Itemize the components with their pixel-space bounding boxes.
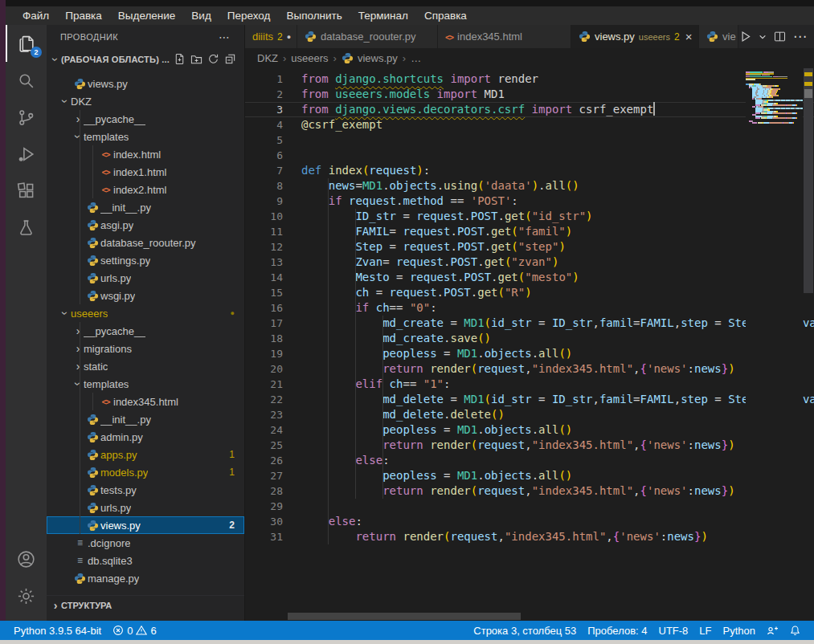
menu-item-6[interactable]: Выполнить	[278, 6, 350, 25]
line-number[interactable]: 22	[245, 392, 283, 407]
breadcrumb-item-1[interactable]: useeers	[291, 52, 328, 64]
tree-item-index345-html[interactable]: <>index345.html	[47, 393, 244, 410]
tree-item-models-py[interactable]: models.py1	[47, 463, 244, 481]
line-number[interactable]: 9	[245, 194, 283, 209]
tree-item-static[interactable]: ›static	[47, 357, 244, 375]
code-line-5[interactable]: 5	[245, 132, 814, 148]
tree-item-db-sqlite3[interactable]: ≡db.sqlite3	[47, 552, 244, 569]
tree-item-wsgi-py[interactable]: wsgi.py	[47, 287, 244, 304]
vertical-scrollbar[interactable]	[803, 68, 814, 621]
line-number[interactable]: 29	[245, 499, 283, 514]
code-line-22[interactable]: 22 md_delete = MD1(id_str = ID_str,famil…	[245, 392, 814, 407]
status-item-4[interactable]: Python	[718, 625, 761, 637]
code-line-7[interactable]: 7def index(request):	[245, 163, 814, 178]
menu-item-8[interactable]: Справка	[416, 6, 475, 25]
tree-item-useeers[interactable]: ›useeers●	[47, 304, 244, 322]
activity-run-debug[interactable]	[6, 136, 47, 173]
tree-item-templates[interactable]: ›templates	[47, 128, 244, 145]
status-item-1[interactable]: Пробелов: 4	[582, 625, 652, 637]
tree-item-index-html[interactable]: <>index.html	[47, 145, 244, 163]
code-line-29[interactable]: 29	[245, 499, 814, 514]
line-number[interactable]: 18	[245, 331, 283, 346]
activity-search[interactable]	[6, 62, 47, 99]
code-line-28[interactable]: 28 return render(request,"index345.html"…	[245, 483, 814, 499]
status-item-2[interactable]: UTF-8	[653, 625, 694, 637]
minimap[interactable]	[746, 68, 803, 621]
scrollbar-thumb[interactable]	[804, 68, 813, 293]
tab-views.py[interactable]: views.pyuseeers2×	[571, 25, 699, 48]
line-number[interactable]: 25	[245, 438, 283, 453]
line-number[interactable]: 4	[245, 117, 283, 132]
code-line-2[interactable]: 2from useeers.models import MD1	[245, 87, 814, 102]
menu-item-1[interactable]: Файл	[14, 6, 57, 25]
line-number[interactable]: 27	[245, 468, 283, 483]
collapse-all-icon[interactable]	[224, 53, 236, 65]
line-number[interactable]: 28	[245, 483, 283, 499]
chevron-down-icon[interactable]	[759, 33, 767, 41]
menu-item-3[interactable]: Выделение	[110, 6, 184, 25]
menu-item-4[interactable]: Вид	[183, 6, 219, 25]
line-number[interactable]: 31	[245, 529, 283, 544]
workspace-section-header[interactable]: › (РАБОЧАЯ ОБЛАСТЬ) ...	[47, 48, 244, 70]
tree-item-apps-py[interactable]: apps.py1	[47, 446, 244, 463]
dirty-dot-icon[interactable]: ●	[287, 33, 291, 41]
code-line-13[interactable]: 13 Zvan= request.POST.get("zvan")	[245, 255, 814, 270]
line-number[interactable]: 8	[245, 178, 283, 194]
line-number[interactable]: 3	[245, 102, 283, 117]
line-number[interactable]: 16	[245, 300, 283, 316]
tree-item-index2-html[interactable]: <>index2.html	[47, 181, 244, 198]
tree-item-urls-py[interactable]: urls.py	[47, 269, 244, 287]
code-line-11[interactable]: 11 FAMIL= request.POST.get("famil")	[245, 224, 814, 239]
structure-section-header[interactable]: › СТРУКТУРА	[47, 595, 244, 615]
settings-button[interactable]	[6, 577, 47, 614]
line-number[interactable]: 12	[245, 239, 283, 255]
line-number[interactable]: 1	[245, 71, 283, 87]
close-icon[interactable]: ×	[685, 30, 693, 43]
more-actions-icon[interactable]: ⋯	[793, 28, 807, 45]
tab-vie[interactable]: vie	[699, 25, 738, 48]
code-line-21[interactable]: 21 elif ch== "1":	[245, 377, 814, 392]
menu-item-5[interactable]: Переход	[219, 6, 279, 25]
menu-item-2[interactable]: Правка	[57, 6, 110, 25]
line-number[interactable]: 2	[245, 87, 283, 102]
code-line-24[interactable]: 24 peopless = MD1.objects.all()	[245, 422, 814, 438]
notifications-button[interactable]	[784, 625, 806, 636]
line-number[interactable]: 13	[245, 255, 283, 270]
line-number[interactable]: 30	[245, 514, 283, 529]
code-line-26[interactable]: 26 else:	[245, 453, 814, 468]
new-file-icon[interactable]	[174, 53, 186, 65]
code-line-10[interactable]: 10 ID_str = request.POST.get("id_str")	[245, 209, 814, 224]
line-number[interactable]: 11	[245, 224, 283, 239]
line-number[interactable]: 14	[245, 270, 283, 285]
tab-index345.html[interactable]: <>index345.html	[438, 25, 571, 48]
code-editor[interactable]: 1from django.shortcuts import render2fro…	[245, 68, 814, 621]
code-line-30[interactable]: 30 else:	[245, 514, 814, 529]
code-line-8[interactable]: 8 news=MD1.objects.using('daata').all()	[245, 178, 814, 194]
tree-item-database-roouter-py[interactable]: database_roouter.py	[47, 234, 244, 251]
status-item-0[interactable]: Строка 3, столбец 53	[468, 625, 582, 637]
split-editor-icon[interactable]	[773, 30, 787, 43]
breadcrumb-item-0[interactable]: DKZ	[257, 52, 278, 64]
tree-item-migrations[interactable]: ›migrations	[47, 340, 244, 357]
code-line-17[interactable]: 17 md_create = MD1(id_str = ID_str,famil…	[245, 316, 814, 331]
feedback-button[interactable]	[761, 626, 784, 636]
code-line-19[interactable]: 19 peopless = MD1.objects.all()	[245, 346, 814, 361]
breadcrumb-item-3[interactable]: …	[411, 52, 421, 64]
code-line-15[interactable]: 15 ch = request.POST.get("R")	[245, 285, 814, 300]
tab-diiits[interactable]: diiits2●	[245, 25, 297, 48]
line-number[interactable]: 5	[245, 132, 283, 148]
tree-item--pycache-[interactable]: ›__pycache__	[47, 322, 244, 340]
code-line-6[interactable]: 6	[245, 148, 814, 163]
tree-item-urls-py[interactable]: urls.py	[47, 499, 244, 516]
code-line-18[interactable]: 18 md_create.save()	[245, 331, 814, 346]
sidebar-more-icon[interactable]: ⋯	[219, 31, 230, 43]
line-number[interactable]: 20	[245, 361, 283, 377]
line-number[interactable]: 6	[245, 148, 283, 163]
activity-source-control[interactable]	[6, 99, 47, 136]
problems-status[interactable]: 0 6	[107, 625, 162, 637]
horizontal-scrollbar[interactable]	[288, 613, 521, 620]
code-line-27[interactable]: 27 peopless = MD1.objects.all()	[245, 468, 814, 483]
tree-item-manage-py[interactable]: manage.py	[47, 569, 244, 587]
code-line-12[interactable]: 12 Step = request.POST.get("step")	[245, 239, 814, 255]
tree-item-index1-html[interactable]: <>index1.html	[47, 163, 244, 181]
